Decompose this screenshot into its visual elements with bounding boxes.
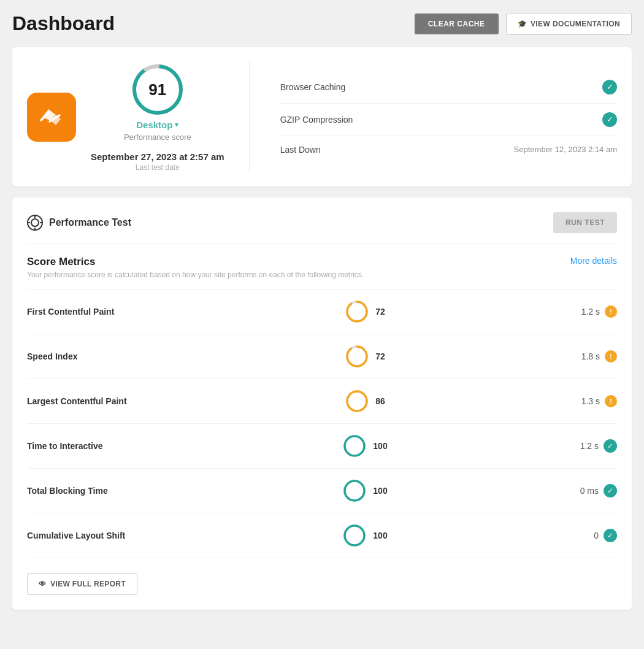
metric-name: Cumulative Layout Shift [27,531,186,540]
metric-time: 1.8 s [581,351,600,361]
perf-title-group: Performance Test [27,215,131,231]
metric-score: 100 [373,441,387,451]
metric-item: First Contentful Paint 72 1.2 s ! [27,289,617,334]
metric-name: Time to Interactive [27,441,186,451]
gzip-label: GZIP Compression [280,115,353,125]
browser-caching-label: Browser Caching [280,82,346,92]
donut-chart [342,523,367,548]
svg-point-6 [31,219,39,226]
score-section: 91 Desktop ▾ Performance score September… [91,62,224,172]
score-circle: 91 [130,62,185,117]
mode-selector[interactable]: Desktop ▾ [136,120,178,130]
gzip-check: ✓ [602,112,617,127]
browser-caching-check: ✓ [602,80,617,94]
metric-right: 0 ms ✓ [543,484,617,497]
svg-point-20 [345,481,364,501]
metric-right: 1.8 s ! [543,350,617,363]
svg-point-22 [345,526,364,545]
test-date: September 27, 2023 at 2:57 am [91,152,224,162]
metric-name: First Contentful Paint [27,307,186,317]
metric-item: Cumulative Layout Shift 100 0 ✓ [27,513,617,558]
metric-time: 0 ms [580,486,599,496]
test-date-section: September 27, 2023 at 2:57 am Last test … [91,152,224,172]
summary-card: 91 Desktop ▾ Performance score September… [12,47,632,186]
metric-center: 100 [186,523,543,548]
status-green-icon: ✓ [604,529,617,542]
metric-score: 86 [375,396,385,406]
metric-center: 72 [186,344,543,369]
metrics-list: First Contentful Paint 72 1.2 s ! Speed … [27,289,617,558]
score-metrics-header: Score Metrics More details [27,256,617,268]
metric-center: 100 [186,478,543,503]
status-yellow-icon: ! [605,395,617,407]
gzip-row: GZIP Compression ✓ [280,104,617,136]
perf-header: Performance Test RUN TEST [27,212,617,244]
perf-icon [27,215,43,231]
status-green-icon: ✓ [604,484,617,497]
run-test-button[interactable]: RUN TEST [553,212,617,233]
more-details-link[interactable]: More details [570,256,617,266]
footer-section: 👁 VIEW FULL REPORT [27,558,617,595]
metric-score: 72 [375,307,385,317]
last-down-row: Last Down September 12, 2023 2:14 am [280,136,617,163]
donut-chart [345,299,369,324]
metric-center: 72 [186,299,543,324]
metric-right: 1.3 s ! [543,395,617,407]
metric-right: 1.2 s ! [543,305,617,318]
view-docs-button[interactable]: 🎓 VIEW DOCUMENTATION [506,13,632,35]
metric-time: 1.3 s [581,396,600,406]
metric-item: Total Blocking Time 100 0 ms ✓ [27,468,617,513]
browser-caching-row: Browser Caching ✓ [280,71,617,104]
svg-point-12 [347,302,367,321]
svg-point-14 [347,347,367,366]
score-number: 91 [148,80,166,99]
summary-right: Browser Caching ✓ GZIP Compression ✓ Las… [250,71,617,163]
metric-center: 100 [186,434,543,458]
status-yellow-icon: ! [605,350,617,363]
perf-score-label: Performance score [124,132,191,142]
view-report-button[interactable]: 👁 VIEW FULL REPORT [27,573,137,595]
score-metrics-title: Score Metrics [27,256,96,268]
app-logo [27,93,76,142]
metric-name: Largest Contentful Paint [27,396,186,406]
metric-name: Total Blocking Time [27,486,186,496]
svg-point-18 [345,436,364,456]
metric-name: Speed Index [27,351,186,361]
header-buttons: CLEAR CACHE 🎓 VIEW DOCUMENTATION [415,13,632,35]
page-title: Dashboard [12,12,115,35]
metric-score: 100 [373,531,387,540]
eye-icon: 👁 [39,580,46,588]
metric-item: Speed Index 72 1.8 s ! [27,334,617,378]
score-metrics-desc: Your performance score is calculated bas… [27,271,617,279]
metric-right: 1.2 s ✓ [543,439,617,453]
metric-score: 72 [375,351,385,361]
mortarboard-icon: 🎓 [518,20,527,28]
summary-left: 91 Desktop ▾ Performance score September… [27,62,250,172]
page-header: Dashboard CLEAR CACHE 🎓 VIEW DOCUMENTATI… [12,12,632,35]
last-test-label: Last test date [91,163,224,172]
donut-chart [342,434,367,458]
metric-center: 86 [186,389,543,413]
metric-item: Time to Interactive 100 1.2 s ✓ [27,423,617,468]
metric-score: 100 [373,486,387,496]
last-down-value: September 12, 2023 2:14 am [514,145,617,154]
clear-cache-button[interactable]: CLEAR CACHE [415,13,499,34]
svg-point-16 [347,391,367,411]
status-green-icon: ✓ [604,439,617,453]
last-down-label: Last Down [280,145,321,155]
logo-svg [36,102,67,132]
donut-chart [342,478,367,503]
donut-chart [345,344,369,369]
metric-item: Largest Contentful Paint 86 1.3 s ! [27,378,617,423]
metric-time: 1.2 s [580,441,599,451]
metric-right: 0 ✓ [543,529,617,542]
status-yellow-icon: ! [605,305,617,318]
metric-time: 1.2 s [581,307,600,317]
chevron-down-icon: ▾ [175,121,178,129]
performance-card: Performance Test RUN TEST Score Metrics … [12,198,632,610]
donut-chart [345,389,369,413]
metric-time: 0 [594,531,599,540]
